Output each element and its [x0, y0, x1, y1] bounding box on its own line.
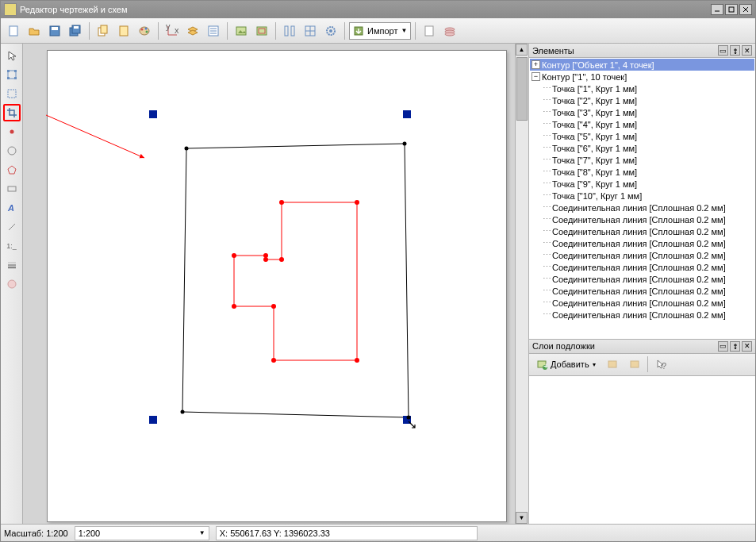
text-tool[interactable]: A [3, 199, 21, 217]
tree-row[interactable]: ⋯Точка ["10", Круг 1 мм] [530, 190, 754, 202]
add-layer-dropdown[interactable]: + Добавить ▾ [532, 356, 600, 373]
panel-pin-button[interactable] [730, 341, 740, 352]
crop-tool[interactable] [3, 104, 21, 121]
shape-vertex[interactable] [263, 257, 268, 262]
new-button[interactable] [4, 21, 23, 40]
canvas-viewport[interactable] [23, 44, 514, 524]
scroll-down-button[interactable]: ▼ [516, 512, 528, 524]
shape-vertex[interactable] [279, 257, 284, 262]
copy-button[interactable] [94, 21, 113, 40]
close-button[interactable] [739, 4, 752, 15]
tree-row[interactable]: ⋯Соединительная линия [Сплошная 0.2 мм] [530, 237, 754, 249]
tree-row[interactable]: ⋯Соединительная линия [Сплошная 0.2 мм] [530, 202, 754, 213]
tree-row[interactable]: ⋯Соединительная линия [Сплошная 0.2 мм] [530, 225, 754, 237]
tree-row[interactable]: ⋯Точка ["2", Круг 1 мм] [530, 94, 754, 106]
tree-row[interactable]: ⋯Соединительная линия [Сплошная 0.2 мм] [530, 285, 754, 297]
layer-button-2[interactable] [625, 355, 644, 374]
box-select-tool[interactable] [3, 85, 21, 102]
tree-toggle-icon[interactable]: − [532, 72, 540, 81]
tree-row[interactable]: ⋯Точка ["3", Круг 1 мм] [530, 106, 754, 118]
linewidth-tool[interactable] [3, 256, 21, 274]
panel-close-button[interactable]: ✕ [742, 341, 752, 352]
paste-button[interactable] [114, 21, 133, 40]
panel-pin-button[interactable] [730, 45, 740, 56]
shape-vertex[interactable] [271, 304, 276, 309]
pointer-tool[interactable] [3, 47, 21, 64]
drawing-canvas[interactable] [47, 50, 507, 522]
tree-row[interactable]: +Контур ["Объект 1", 4 точек] [530, 59, 754, 71]
contour-vertex[interactable] [407, 416, 411, 420]
shape-vertex[interactable] [355, 200, 359, 205]
axes-button[interactable]: yx [163, 21, 182, 40]
import-dropdown[interactable]: Импорт ▼ [349, 22, 411, 40]
tree-row[interactable]: ⋯Соединительная линия [Сплошная 0.2 мм] [530, 297, 754, 309]
shape-vertex[interactable] [232, 253, 236, 258]
svg-line-50 [9, 224, 15, 230]
scroll-up-button[interactable]: ▲ [516, 44, 528, 56]
page-button[interactable] [420, 21, 439, 40]
elements-tree[interactable]: +Контур ["Объект 1", 4 точек]−Контур ["1… [529, 58, 755, 339]
point-tool[interactable] [3, 123, 21, 140]
tree-row[interactable]: ⋯Точка ["5", Круг 1 мм] [530, 130, 754, 142]
page-stack-button[interactable] [440, 21, 459, 40]
chevron-down-icon[interactable]: ▼ [199, 529, 205, 536]
maximize-button[interactable] [725, 4, 738, 15]
layers-button[interactable] [183, 21, 202, 40]
tree-row[interactable]: ⋯Соединительная линия [Сплошная 0.2 мм] [530, 309, 754, 321]
shape-vertex[interactable] [355, 358, 359, 363]
open-button[interactable] [25, 21, 44, 40]
svg-text:+: + [543, 361, 547, 370]
tree-row[interactable]: ⋯Соединительная линия [Сплошная 0.2 мм] [530, 273, 754, 285]
select-all-tool[interactable] [3, 66, 21, 83]
gear-button[interactable] [321, 21, 340, 40]
minimize-button[interactable] [711, 4, 723, 15]
selection-handle-tl[interactable] [149, 110, 157, 118]
list-button[interactable] [204, 21, 223, 40]
tree-toggle-icon[interactable]: + [532, 60, 540, 69]
tree-row[interactable]: ⋯Точка ["6", Круг 1 мм] [530, 142, 754, 154]
tree-item-label: Точка ["8", Круг 1 мм] [552, 167, 637, 177]
scale-input[interactable] [79, 529, 199, 538]
tree-leaf-icon: ⋯ [543, 298, 552, 308]
save-button[interactable] [45, 21, 64, 40]
tree-row[interactable]: −Контур ["1", 10 точек] [530, 71, 754, 83]
shape-vertex[interactable] [271, 358, 276, 363]
tree-row[interactable]: ⋯Соединительная линия [Сплошная 0.2 мм] [530, 249, 754, 261]
grid-button[interactable] [301, 21, 320, 40]
scroll-thumb[interactable] [516, 57, 528, 121]
tree-row[interactable]: ⋯Соединительная линия [Сплошная 0.2 мм] [530, 213, 754, 225]
contour-vertex[interactable] [181, 410, 185, 414]
line-tool[interactable] [3, 218, 21, 236]
measure-tool[interactable]: 1:_ [3, 237, 21, 255]
rect-tool[interactable] [3, 180, 21, 198]
shape-vertex[interactable] [279, 200, 284, 205]
panel-close-button[interactable]: ✕ [742, 45, 752, 56]
selection-handle-tr[interactable] [403, 110, 411, 118]
color-tool[interactable] [3, 275, 21, 293]
canvas-vscrollbar[interactable]: ▲ ▼ [515, 44, 528, 524]
tree-row[interactable]: ⋯Точка ["1", Круг 1 мм] [530, 83, 754, 94]
image-fit-button[interactable] [252, 21, 271, 40]
panel-maximize-button[interactable]: ▭ [718, 341, 728, 352]
panel-maximize-button[interactable]: ▭ [718, 45, 728, 56]
cols-button[interactable] [280, 21, 299, 40]
tree-row[interactable]: ⋯Точка ["4", Круг 1 мм] [530, 118, 754, 130]
saveall-button[interactable] [66, 21, 85, 40]
selection-handle-bl[interactable] [149, 416, 157, 424]
layer-button-1[interactable] [603, 355, 622, 374]
tree-item-label: Точка ["1", Круг 1 мм] [552, 84, 637, 94]
polygon-tool[interactable] [3, 161, 21, 179]
image-button[interactable] [232, 21, 251, 40]
shape-vertex[interactable] [232, 304, 236, 309]
tree-row[interactable]: ⋯Соединительная линия [Сплошная 0.2 мм] [530, 261, 754, 273]
contour-vertex[interactable] [403, 142, 407, 146]
tree-row[interactable]: ⋯Точка ["7", Круг 1 мм] [530, 154, 754, 166]
layers-list[interactable] [529, 376, 755, 524]
palette-button[interactable] [135, 21, 154, 40]
circle-tool[interactable] [3, 142, 21, 160]
tree-row[interactable]: ⋯Точка ["8", Круг 1 мм] [530, 166, 754, 178]
tree-row[interactable]: ⋯Точка ["9", Круг 1 мм] [530, 178, 754, 190]
svg-rect-29 [291, 26, 294, 36]
contour-vertex[interactable] [185, 147, 189, 151]
layer-pointer-button[interactable]: ? [651, 355, 670, 374]
